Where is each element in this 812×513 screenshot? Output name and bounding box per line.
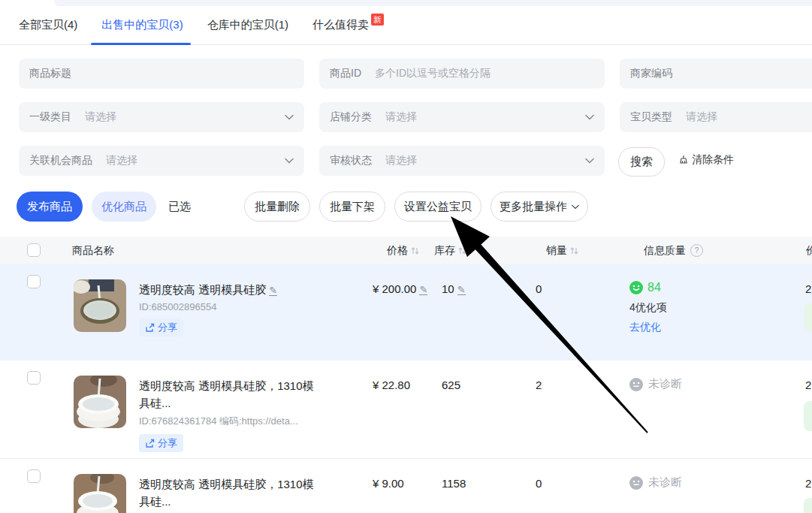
col-stock-header[interactable]: 库存: [434, 237, 466, 264]
table-row: 透明度较高 透明模具硅胶✎ ID:685002896554 分享 ¥ 200.0…: [0, 264, 812, 361]
publish-product-button[interactable]: 发布商品: [17, 192, 83, 222]
share-icon: [145, 323, 155, 333]
shop-category-select[interactable]: 店铺分类 请选择: [319, 102, 605, 132]
clipped-cell-value: 2: [805, 379, 811, 391]
opportunity-label: 关联机会商品: [29, 154, 92, 167]
product-photo-bowls: [74, 376, 126, 428]
stock-cell: 1158: [442, 477, 466, 490]
clear-filters-label: 清除条件: [692, 153, 734, 167]
share-button[interactable]: 分享: [139, 434, 183, 452]
stock-cell: 10✎: [442, 282, 466, 295]
product-title-label: 商品标题: [29, 67, 71, 80]
chevron-down-icon: [285, 114, 294, 120]
share-label: 分享: [158, 321, 177, 334]
help-icon[interactable]: ?: [690, 244, 703, 257]
product-photo-bowl: [74, 279, 126, 332]
edit-stock-icon[interactable]: ✎: [457, 285, 466, 295]
quality-status: 未诊断: [648, 377, 682, 391]
item-type-placeholder: 请选择: [686, 110, 717, 124]
price-cell: ¥ 200.00✎: [373, 282, 427, 295]
sales-cell: 0: [536, 477, 542, 490]
quality-cell: 84 4优化项 去优化: [629, 281, 667, 334]
clipped-cell-value: 2: [805, 282, 811, 295]
quality-status: 未诊断: [648, 475, 682, 490]
sort-icon[interactable]: [458, 246, 466, 255]
opportunity-select[interactable]: 关联机会商品 请选择: [19, 146, 304, 176]
product-image[interactable]: [74, 474, 126, 513]
product-id-input[interactable]: 商品ID 多个ID以逗号或空格分隔: [319, 59, 605, 89]
row-checkbox[interactable]: [27, 371, 41, 385]
stock-cell: 625: [442, 379, 460, 391]
shop-category-label: 店铺分类: [330, 110, 372, 124]
category-label: 一级类目: [29, 110, 71, 124]
product-info: 透明度较高 透明模具硅胶，1310模具硅... ID:676455120160 …: [139, 475, 323, 513]
tab-all-items[interactable]: 全部宝贝(4): [19, 6, 77, 45]
product-id-placeholder: 多个ID以逗号或空格分隔: [375, 67, 491, 80]
category-select[interactable]: 一级类目 请选择: [19, 102, 304, 132]
smiley-good-icon: [629, 281, 643, 294]
bulk-unlist-button[interactable]: 批量下架: [319, 192, 385, 222]
row-checkbox[interactable]: [27, 469, 41, 483]
new-badge: 新: [371, 14, 384, 26]
item-type-label: 宝贝类型: [630, 110, 672, 124]
tab-what-to-sell[interactable]: 什么值得卖 新: [312, 6, 384, 45]
quality-detail: 4优化项: [629, 301, 667, 315]
selected-count-label: 已选: [168, 192, 191, 222]
table-row: 透明度较高 透明模具硅胶，1310模具硅... ID:676455120160 …: [0, 458, 812, 513]
col-clipped-header: 价: [806, 237, 812, 264]
product-id-label: 商品ID: [330, 67, 361, 80]
clear-filters-button[interactable]: 清除条件: [678, 153, 734, 167]
share-icon: [145, 439, 155, 448]
table-row: 透明度较高 透明模具硅胶，1310模具硅... ID:676824361784 …: [0, 361, 812, 458]
more-bulk-actions-button[interactable]: 更多批量操作: [491, 192, 588, 222]
item-type-select[interactable]: 宝贝类型 请选择: [620, 102, 812, 132]
product-image[interactable]: [74, 279, 126, 332]
product-id: ID:685002896554: [139, 301, 323, 312]
audit-status-label: 审核状态: [330, 154, 372, 167]
product-image[interactable]: [74, 376, 126, 428]
col-price-header[interactable]: 价格: [387, 237, 419, 264]
col-sales-header[interactable]: 销量: [546, 237, 578, 264]
row-checkbox[interactable]: [27, 275, 41, 288]
col-name-header: 商品名称: [72, 237, 114, 264]
sales-cell: 0: [536, 282, 542, 295]
optimize-product-button[interactable]: 优化商品: [92, 192, 156, 222]
quality-score: 84: [647, 281, 661, 294]
product-title[interactable]: 透明度较高 透明模具硅胶: [139, 283, 266, 296]
share-label: 分享: [158, 436, 177, 450]
share-button[interactable]: 分享: [139, 318, 183, 336]
set-charity-item-button[interactable]: 设置公益宝贝: [394, 192, 481, 222]
audit-status-placeholder: 请选择: [385, 154, 417, 167]
merchant-code-label: 商家编码: [630, 67, 672, 80]
select-all-checkbox[interactable]: [27, 243, 41, 257]
search-button[interactable]: 搜索: [618, 147, 665, 177]
chevron-down-icon: [585, 158, 594, 164]
clipped-cell-value: 2: [805, 477, 811, 490]
audit-status-select[interactable]: 审核状态 请选择: [319, 146, 605, 176]
merchant-code-input[interactable]: 商家编码: [620, 59, 812, 89]
tab-bar: 全部宝贝(4) 出售中的宝贝(3) 仓库中的宝贝(1) 什么值得卖 新: [0, 6, 812, 45]
chevron-down-icon: [285, 158, 294, 164]
clipped-green-badge: [804, 303, 812, 332]
edit-price-icon[interactable]: ✎: [419, 285, 427, 295]
product-title[interactable]: 透明度较高 透明模具硅胶，1310模具硅...: [139, 478, 314, 508]
clipped-green-badge: [804, 401, 812, 431]
sort-icon[interactable]: [411, 246, 419, 255]
tab-what-to-sell-label: 什么值得卖: [312, 18, 369, 32]
tab-on-sale[interactable]: 出售中的宝贝(3): [101, 6, 183, 45]
product-title-input[interactable]: 商品标题: [19, 59, 304, 89]
more-bulk-actions-label: 更多批量操作: [500, 200, 567, 214]
opportunity-placeholder: 请选择: [106, 154, 137, 167]
product-manager-page: 全部宝贝(4) 出售中的宝贝(3) 仓库中的宝贝(1) 什么值得卖 新 商品标题…: [0, 0, 812, 513]
broom-icon: [678, 155, 689, 165]
bulk-delete-button[interactable]: 批量删除: [244, 192, 310, 222]
go-optimize-link[interactable]: 去优化: [629, 321, 667, 334]
table-header: 商品名称 价格 库存 销量 信息质量 ? 价: [0, 237, 812, 264]
col-quality-header: 信息质量 ?: [644, 237, 703, 264]
tab-in-warehouse[interactable]: 仓库中的宝贝(1): [207, 6, 288, 45]
product-photo-bowls: [74, 474, 126, 513]
edit-title-icon[interactable]: ✎: [269, 285, 277, 296]
product-title[interactable]: 透明度较高 透明模具硅胶，1310模具硅...: [139, 379, 314, 409]
clipped-green-badge: [804, 498, 812, 513]
sort-icon[interactable]: [570, 246, 578, 255]
